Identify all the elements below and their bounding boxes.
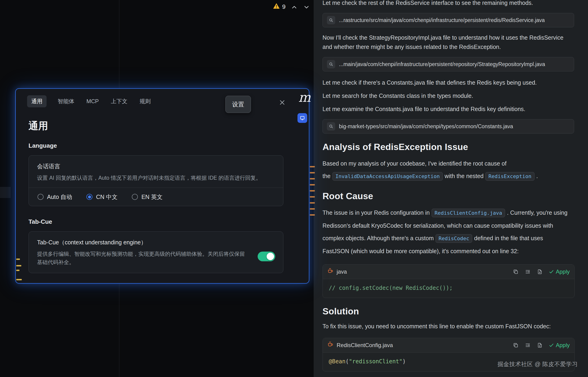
floating-chat-widget-icon[interactable] — [297, 113, 307, 123]
tabcue-toggle[interactable] — [258, 252, 275, 261]
apply-label: Apply — [556, 269, 570, 275]
chat-paragraph: Now I'll check the StrategyRepositoryImp… — [323, 33, 569, 51]
java-icon — [327, 341, 333, 350]
radio-label: CN 中文 — [96, 193, 117, 201]
apply-label: Apply — [556, 342, 570, 349]
minimap-marker — [310, 190, 315, 191]
chat-paragraph: Let me check if there's a Constants.java… — [323, 78, 569, 87]
watermark: 掘金技术社区 @ 陈皮不爱学习 — [498, 360, 578, 368]
minimap-marker — [16, 265, 21, 266]
toggle-knob — [267, 253, 274, 260]
radio-label: EN 英文 — [141, 193, 163, 201]
chevron-down-icon[interactable] — [303, 4, 310, 11]
code-actions: Apply — [513, 269, 570, 275]
rootcause-paragraph: The issue is in your Redis configuration… — [323, 206, 569, 257]
analysis-heading: Analysis of RedisException Issue — [323, 142, 575, 152]
editor-gutter-highlight — [0, 187, 11, 198]
code-block-header: java Apply — [323, 265, 574, 279]
minimap-marker — [310, 172, 315, 173]
token: ( — [345, 358, 349, 365]
solution-heading: Solution — [323, 307, 575, 316]
code-content: // config.setCodec(new RedisCodec()); — [323, 279, 574, 298]
text-segment: . — [536, 173, 538, 179]
minimap-marker — [310, 166, 315, 167]
chat-paragraph: Let me check the rest of the RedisServic… — [323, 0, 569, 7]
code-line: // config.setCodec(new RedisCodec()); — [329, 285, 453, 291]
insert-at-cursor-icon[interactable] — [525, 269, 531, 275]
tab-context[interactable]: 上下文 — [110, 98, 128, 105]
file-path: big-market-types/src/main/java/com/chenp… — [339, 122, 513, 131]
java-icon — [327, 267, 333, 276]
file-reference-chip[interactable]: big-market-types/src/main/java/com/chenp… — [323, 119, 574, 134]
copy-icon[interactable] — [513, 269, 519, 275]
inline-code-chip[interactable]: RedisClientConfig.java — [432, 209, 505, 217]
language-card: 会话语言 设置 AI 回复的默认语言，Auto 情况下若用户对话时未指定语言，将… — [29, 155, 283, 206]
minimap-marker — [16, 279, 22, 280]
settings-tabs: 通用 智能体 MCP 上下文 规则 — [27, 96, 309, 107]
radio-icon — [132, 194, 138, 200]
session-language-desc: 设置 AI 回复的默认语言，Auto 情况下若用户对话时未指定语言，将根据 ID… — [29, 174, 283, 182]
ai-chat-panel: Let me check the rest of the RedisServic… — [314, 0, 588, 377]
chevron-up-icon[interactable] — [291, 4, 298, 11]
annotation-token: @Bean — [329, 358, 345, 365]
inline-code-chip[interactable]: InvalidDataAccessApiUsageException — [332, 172, 443, 181]
language-options: Auto 自动 CN 中文 EN 英文 — [29, 188, 283, 206]
warning-icon — [273, 3, 280, 11]
tab-mcp[interactable]: MCP — [86, 98, 100, 105]
code-actions: Apply — [513, 342, 570, 349]
token: ) — [402, 358, 406, 365]
apply-button[interactable]: Apply — [549, 269, 570, 275]
analysis-paragraph: Based on my analysis of your codebase, I… — [323, 157, 569, 183]
code-language-label: java — [337, 267, 347, 276]
warning-count: 9 — [282, 3, 285, 11]
tabcue-card: Tab-Cue（context understanding engine） 提供… — [29, 231, 283, 273]
problems-indicator[interactable]: 9 — [273, 3, 285, 11]
screen: 9 m Let me check the rest of the RedisSe… — [0, 0, 588, 377]
new-file-icon[interactable] — [537, 342, 543, 348]
dialog-body: 通用 Language 会话语言 设置 AI 回复的默认语言，Auto 情况下若… — [16, 119, 283, 273]
minimap-marker — [310, 208, 315, 210]
code-file-label: RedisClientConfig.java — [337, 341, 393, 350]
chat-paragraph: Let me examine the Constants.java file t… — [323, 104, 569, 114]
radio-icon — [37, 194, 44, 200]
minimap-marker — [310, 196, 315, 198]
file-reference-chip[interactable]: ...rastructure/src/main/java/com/chenpi/… — [323, 13, 574, 27]
language-section-label: Language — [29, 142, 283, 149]
minimap-marker — [310, 214, 315, 216]
tab-general[interactable]: 通用 — [27, 95, 46, 107]
file-path: ...main/java/com/chenpi/infrastructure/p… — [339, 59, 545, 69]
tab-agent[interactable]: 智能体 — [57, 98, 75, 105]
rootcause-heading: Root Cause — [323, 191, 575, 201]
apply-button[interactable]: Apply — [549, 342, 570, 349]
search-icon — [327, 122, 335, 130]
inline-code-chip[interactable]: RedisCodec — [436, 234, 472, 243]
tabcue-title: Tab-Cue（context understanding engine） — [29, 232, 283, 246]
close-icon[interactable] — [278, 99, 286, 106]
radio-label: Auto 自动 — [47, 193, 72, 201]
insert-at-cursor-icon[interactable] — [525, 342, 531, 348]
session-language-title: 会话语言 — [29, 156, 283, 170]
settings-tooltip[interactable]: 设置 — [226, 96, 251, 113]
radio-cn[interactable]: CN 中文 — [86, 193, 117, 201]
chat-paragraph: Let me search for the Constants class in… — [323, 91, 569, 100]
radio-selected-icon — [86, 194, 92, 200]
minimap-marker — [16, 259, 20, 260]
minimap-marker — [310, 178, 315, 179]
settings-dialog: 通用 智能体 MCP 上下文 规则 设置 通用 Language 会话语言 设置… — [15, 88, 309, 283]
copy-icon[interactable] — [513, 342, 519, 348]
minimap-marker — [310, 202, 315, 204]
minimap-marker — [16, 270, 20, 271]
new-file-icon[interactable] — [537, 269, 543, 275]
file-reference-chip[interactable]: ...main/java/com/chenpi/infrastructure/p… — [323, 57, 574, 71]
tabcue-section-label: Tab-Cue — [29, 218, 283, 225]
radio-en[interactable]: EN 英文 — [132, 193, 163, 201]
tabcue-desc: 提供多行编辑、智能改写和光标预测功能，实现更高级的代码辅助体验。关闭后将仅保留基… — [29, 250, 283, 266]
search-icon — [327, 60, 335, 68]
code-line: @Bean("redissonClient") — [329, 358, 406, 365]
tab-rules[interactable]: 规则 — [138, 98, 151, 105]
string-token: "redissonClient" — [349, 358, 402, 365]
code-block-header: RedisClientConfig.java Apply — [323, 338, 574, 353]
inline-code-chip[interactable]: RedisException — [485, 172, 534, 181]
assistant-logo-m: m — [298, 91, 311, 104]
radio-auto[interactable]: Auto 自动 — [37, 193, 72, 201]
